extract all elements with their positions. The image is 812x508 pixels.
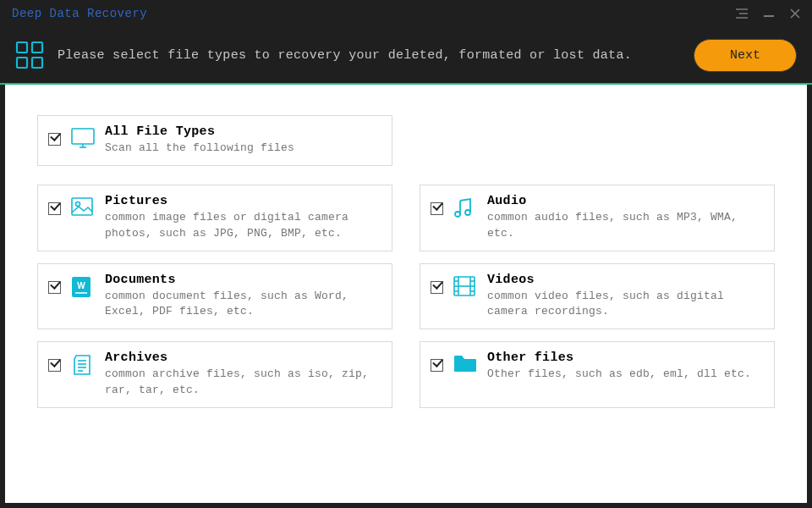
picture-icon bbox=[71, 197, 95, 216]
card-desc: common video files, such as digital came… bbox=[487, 289, 764, 321]
card-title: Documents bbox=[105, 273, 381, 287]
file-type-card-other[interactable]: Other files Other files, such as edb, em… bbox=[420, 341, 775, 408]
card-desc: Scan all the following files bbox=[105, 141, 381, 157]
card-title: Archives bbox=[105, 351, 381, 365]
svg-point-16 bbox=[465, 210, 470, 215]
music-note-icon bbox=[453, 197, 477, 219]
svg-text:W: W bbox=[77, 281, 85, 290]
content-frame: All File Types Scan all the following fi… bbox=[0, 85, 812, 508]
card-title: Other files bbox=[487, 351, 764, 365]
folder-icon bbox=[453, 354, 477, 373]
card-title: Audio bbox=[487, 194, 764, 208]
svg-point-15 bbox=[455, 212, 460, 217]
svg-point-14 bbox=[76, 202, 80, 206]
svg-rect-10 bbox=[72, 129, 94, 144]
menu-icon[interactable] bbox=[736, 8, 748, 19]
card-desc: common image files or digital camera pho… bbox=[105, 210, 381, 242]
checkbox-other[interactable] bbox=[431, 359, 443, 372]
monitor-icon bbox=[71, 128, 95, 150]
card-title: Videos bbox=[487, 273, 764, 287]
app-tiles-icon bbox=[15, 41, 44, 69]
file-type-card-pictures[interactable]: Pictures common image files or digital c… bbox=[37, 185, 392, 251]
card-title: Pictures bbox=[105, 194, 381, 208]
file-type-card-documents[interactable]: W Documents common document files, such … bbox=[37, 263, 392, 330]
close-icon[interactable] bbox=[790, 8, 800, 19]
svg-rect-6 bbox=[17, 42, 27, 52]
svg-rect-8 bbox=[17, 58, 27, 68]
checkbox-pictures[interactable] bbox=[48, 202, 61, 215]
archive-icon bbox=[71, 354, 95, 376]
app-title: Deep Data Recovery bbox=[12, 7, 147, 20]
window-controls bbox=[736, 8, 800, 19]
instruction-bar: Please select file types to recovery you… bbox=[0, 27, 812, 85]
instruction-text: Please select file types to recovery you… bbox=[58, 48, 632, 63]
svg-rect-7 bbox=[32, 42, 42, 52]
file-types-panel: All File Types Scan all the following fi… bbox=[5, 85, 807, 503]
file-type-card-all[interactable]: All File Types Scan all the following fi… bbox=[37, 115, 392, 166]
file-type-card-videos[interactable]: Videos common video files, such as digit… bbox=[420, 263, 775, 330]
file-types-grid: Pictures common image files or digital c… bbox=[37, 185, 775, 408]
next-button[interactable]: Next bbox=[694, 39, 797, 72]
film-icon bbox=[453, 276, 477, 296]
checkbox-videos[interactable] bbox=[431, 281, 443, 294]
card-desc: Other files, such as edb, eml, dll etc. bbox=[487, 367, 764, 383]
titlebar: Deep Data Recovery bbox=[0, 0, 812, 27]
svg-rect-9 bbox=[32, 58, 42, 68]
minimize-icon[interactable] bbox=[763, 8, 775, 19]
checkbox-all[interactable] bbox=[48, 133, 61, 146]
card-desc: common document files, such as Word, Exc… bbox=[105, 289, 381, 321]
file-type-card-audio[interactable]: Audio common audio files, such as MP3, W… bbox=[420, 185, 775, 251]
card-title: All File Types bbox=[105, 124, 381, 139]
document-icon: W bbox=[71, 276, 95, 298]
card-desc: common archive files, such as iso, zip, … bbox=[105, 367, 381, 399]
checkbox-archives[interactable] bbox=[48, 359, 61, 372]
card-desc: common audio files, such as MP3, WMA, et… bbox=[487, 210, 764, 242]
svg-rect-13 bbox=[72, 198, 92, 215]
checkbox-documents[interactable] bbox=[48, 281, 61, 294]
file-type-card-archives[interactable]: Archives common archive files, such as i… bbox=[37, 341, 392, 408]
checkbox-audio[interactable] bbox=[431, 202, 443, 215]
